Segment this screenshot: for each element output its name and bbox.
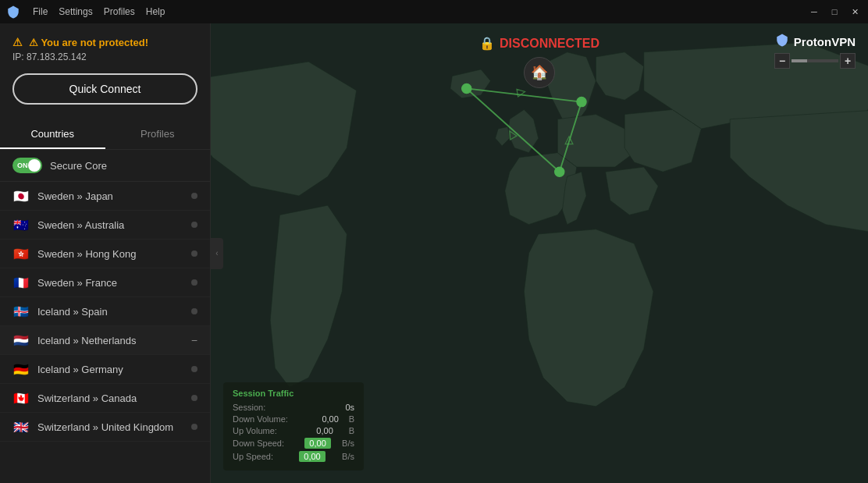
traffic-value: 0s: [323, 403, 354, 412]
titlebar-controls: ─ □ ✕: [807, 5, 862, 19]
collapse-handle[interactable]: ‹: [211, 238, 223, 269]
flag-icon: 🇦🇺: [12, 218, 30, 231]
server-name: Sweden » Australia: [37, 219, 183, 231]
server-indicator: [191, 366, 197, 372]
zoom-bar: [792, 59, 838, 62]
flag-icon: 🇳🇱: [12, 334, 30, 346]
zoom-in-button[interactable]: +: [840, 53, 856, 69]
lock-icon: 🔒: [479, 36, 495, 51]
traffic-label: Down Volume:: [233, 414, 288, 424]
titlebar-menu: File Settings Profiles Help: [33, 6, 165, 17]
connection-status: 🔒 DISCONNECTED: [479, 36, 599, 51]
flag-icon: 🇭🇰: [12, 247, 30, 260]
server-name: Switzerland » Canada: [37, 392, 183, 404]
traffic-label: Up Volume:: [233, 426, 277, 435]
list-item[interactable]: 🇯🇵 Sweden » Japan: [0, 182, 210, 211]
brand-text: ProtonVPN: [794, 35, 856, 48]
server-indicator: [191, 222, 197, 228]
list-item[interactable]: 🇮🇸 Iceland » Spain: [0, 297, 210, 326]
flag-icon: 🇬🇧: [12, 421, 30, 433]
home-button[interactable]: 🏠: [524, 57, 555, 88]
traffic-label: Up Speed:: [233, 452, 273, 461]
zoom-fill: [792, 59, 807, 62]
server-minus-icon: −: [191, 334, 197, 346]
app-body: ⚠ ⚠ You are not protected! IP: 87.183.25…: [0, 23, 868, 483]
server-name: Iceland » Germany: [37, 364, 183, 375]
menu-settings[interactable]: Settings: [59, 6, 92, 17]
list-item[interactable]: 🇨🇦 Switzerland » Canada: [0, 384, 210, 413]
list-item[interactable]: 🇳🇱 Iceland » Netherlands −: [0, 326, 210, 355]
flag-icon: 🇩🇪: [12, 363, 30, 375]
session-traffic: Session Traffic Session: 0s Down Volume:…: [223, 382, 364, 471]
server-indicator: [191, 308, 197, 314]
protonvpn-logo: ProtonVPN − +: [774, 33, 856, 69]
server-indicator: [191, 424, 197, 430]
titlebar-left: File Settings Profiles Help: [6, 5, 165, 19]
zoom-out-button[interactable]: −: [774, 53, 790, 69]
flag-icon: 🇫🇷: [12, 276, 30, 289]
server-name: Sweden » France: [37, 277, 183, 289]
traffic-row-down-vol: Down Volume: 0,00 B: [233, 414, 354, 424]
menu-profiles[interactable]: Profiles: [104, 6, 135, 17]
session-traffic-title: Session Traffic: [233, 389, 354, 398]
traffic-unit: B/s: [342, 452, 354, 461]
server-indicator: [191, 250, 197, 257]
menu-help[interactable]: Help: [146, 6, 165, 17]
traffic-label: Session:: [233, 403, 265, 412]
flag-icon: 🇯🇵: [12, 190, 30, 202]
minimize-button[interactable]: ─: [807, 5, 821, 19]
svg-point-6: [555, 167, 564, 176]
traffic-unit: B/s: [342, 439, 354, 448]
menu-file[interactable]: File: [33, 6, 48, 17]
list-item[interactable]: 🇬🇧 Switzerland » United Kingdom: [0, 413, 210, 442]
traffic-row-down-speed: Down Speed: 0,00 B/s: [233, 438, 354, 449]
server-indicator: [191, 279, 197, 286]
secure-core-label: Secure Core: [50, 160, 107, 172]
tab-countries[interactable]: Countries: [0, 120, 105, 149]
sidebar-header: ⚠ ⚠ You are not protected! IP: 87.183.25…: [0, 23, 210, 112]
list-item[interactable]: 🇩🇪 Iceland » Germany: [0, 355, 210, 384]
toggle-knob: [28, 159, 41, 172]
traffic-unit: B: [349, 426, 354, 435]
secure-core-row: ON Secure Core: [0, 150, 210, 182]
proton-shield-icon: [775, 33, 789, 50]
server-indicator: [191, 193, 197, 199]
traffic-value: 0,00: [302, 426, 333, 435]
tab-profiles[interactable]: Profiles: [105, 120, 211, 149]
traffic-value-highlight: 0,00: [299, 451, 325, 462]
status-bar: 🔒 DISCONNECTED 🏠: [479, 36, 599, 88]
traffic-label: Down Speed:: [233, 439, 284, 448]
svg-point-5: [577, 97, 586, 106]
server-indicator: [191, 395, 197, 401]
svg-point-4: [462, 83, 471, 93]
traffic-unit: B: [349, 414, 354, 424]
brand-name: ProtonVPN: [775, 33, 856, 50]
server-name: Iceland » Spain: [37, 306, 183, 318]
quick-connect-button[interactable]: Quick Connect: [12, 73, 197, 105]
list-item[interactable]: 🇦🇺 Sweden » Australia: [0, 211, 210, 240]
traffic-row-session: Session: 0s: [233, 403, 354, 412]
list-item[interactable]: 🇭🇰 Sweden » Hong Kong: [0, 240, 210, 268]
traffic-value: 0,00: [308, 414, 339, 424]
maximize-button[interactable]: □: [827, 5, 841, 19]
warning-text: ⚠ You are not protected!: [29, 37, 148, 48]
status-text: DISCONNECTED: [500, 37, 599, 51]
traffic-value-highlight: 0,00: [304, 438, 330, 449]
map-container: 🔒 DISCONNECTED 🏠 ProtonVPN −: [211, 23, 868, 483]
traffic-row-up-vol: Up Volume: 0,00 B: [233, 426, 354, 435]
server-name: Sweden » Hong Kong: [37, 248, 183, 260]
sidebar: ⚠ ⚠ You are not protected! IP: 87.183.25…: [0, 23, 211, 483]
server-name: Iceland » Netherlands: [37, 335, 183, 346]
warning-icon: ⚠: [12, 36, 23, 48]
ip-display: IP: 87.183.25.142: [12, 51, 197, 62]
main-area: ‹: [211, 23, 868, 483]
flag-icon: 🇮🇸: [12, 305, 30, 318]
close-button[interactable]: ✕: [848, 5, 862, 19]
flag-icon: 🇨🇦: [12, 392, 30, 404]
app-logo: [6, 5, 20, 19]
list-item[interactable]: 🇫🇷 Sweden » France: [0, 268, 210, 297]
traffic-row-up-speed: Up Speed: 0,00 B/s: [233, 451, 354, 462]
secure-core-toggle[interactable]: ON: [12, 158, 42, 173]
server-name: Switzerland » United Kingdom: [37, 421, 183, 433]
titlebar: File Settings Profiles Help ─ □ ✕: [0, 0, 868, 23]
